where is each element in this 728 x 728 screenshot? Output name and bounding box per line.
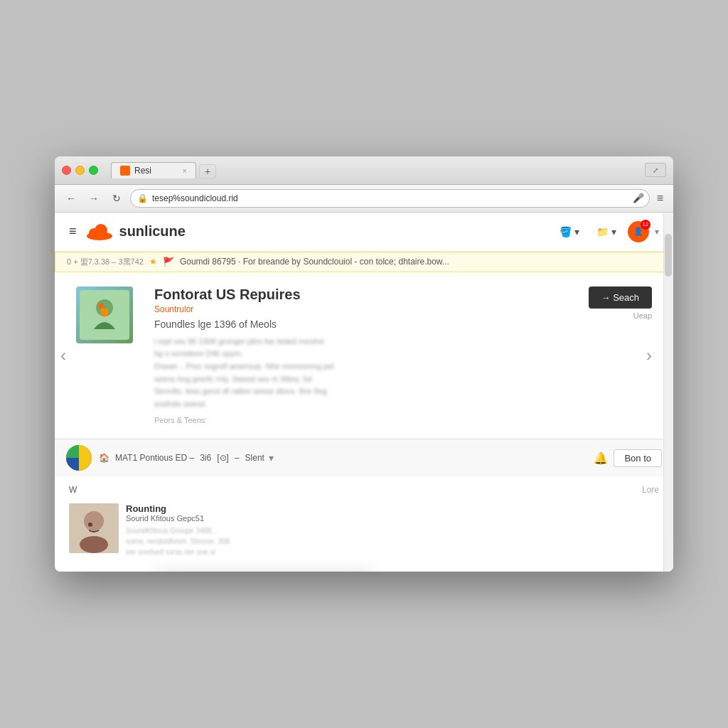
- person-card: Rounting Sourid Kfitous Gepc51 SouridKfi…: [69, 503, 659, 557]
- forward-button[interactable]: →: [85, 189, 103, 208]
- post-title: Fontorat US Repuires: [154, 287, 574, 303]
- browser-content: ≡ sunlicune 🪣 ▾ 📁 ▾ 👤 12 ▾: [55, 213, 673, 572]
- lock-icon: 🔒: [137, 193, 148, 203]
- minimize-button[interactable]: [75, 166, 85, 175]
- search-section: → Seach Ueap: [589, 287, 652, 425]
- lower-center: [355, 485, 628, 495]
- search-hint: Ueap: [633, 311, 652, 320]
- player-dropdown-icon[interactable]: ▾: [269, 452, 274, 464]
- post-area: ‹ Fontorat US Repuires Sountrulor Foundl…: [55, 272, 673, 439]
- title-bar: Resi × + ⤢: [55, 156, 673, 185]
- next-button[interactable]: ›: [646, 346, 652, 365]
- notif-counter: 0 + 盟7.3.38 – 3黑742: [67, 257, 144, 267]
- post-thumbnail-icon: [80, 290, 129, 340]
- post-subtitle: Sountrulor: [154, 304, 574, 314]
- bucket-button[interactable]: 🪣 ▾: [554, 223, 585, 240]
- user-avatar[interactable]: 👤 12: [628, 221, 649, 242]
- player-controls-right: 🔔 Bon to: [594, 449, 662, 467]
- player-info: 🏠 MAT1 Pontious ED – 3i6 [⊙] – Slent: [99, 453, 264, 463]
- soundcloud-logo-icon: [85, 223, 114, 240]
- mic-icon[interactable]: 🎤: [633, 193, 644, 203]
- lower-right: Lore: [642, 485, 659, 495]
- bon-button[interactable]: Bon to: [614, 449, 662, 467]
- tab-bar: Resi × +: [111, 162, 639, 178]
- player-dash: –: [235, 453, 240, 463]
- back-button[interactable]: ←: [62, 189, 80, 208]
- header-right: 🪣 ▾ 📁 ▾ 👤 12 ▾: [554, 221, 659, 242]
- player-bell-icon[interactable]: 🔔: [594, 451, 608, 465]
- svg-point-9: [80, 536, 108, 553]
- svg-rect-11: [89, 526, 92, 529]
- browser-tab[interactable]: Resi ×: [111, 162, 196, 178]
- site-name: sunlicune: [119, 223, 186, 240]
- scrollbar-thumb[interactable]: [665, 234, 672, 277]
- close-button[interactable]: [62, 166, 71, 175]
- notification-badge: 12: [641, 220, 651, 230]
- svg-point-5: [98, 303, 104, 309]
- tab-favicon: [120, 166, 130, 176]
- post-content: Fontorat US Repuires Sountrulor Foundles…: [147, 287, 574, 425]
- tab-close-btn[interactable]: ×: [183, 166, 187, 175]
- player-avatar: [66, 445, 92, 471]
- post-body-text: l eqd ves 96 1908 gronger pths fse teded…: [154, 336, 574, 411]
- player-num: 3i6: [200, 453, 211, 463]
- player-bar: 🏠 MAT1 Pontious ED – 3i6 [⊙] – Slent ▾ 🔔…: [55, 439, 673, 476]
- post-image: [76, 287, 133, 343]
- maximize-button[interactable]: [89, 166, 98, 175]
- notif-text: Goumdi 86795 · For breande by Soundcloui…: [180, 257, 449, 267]
- person-info: Rounting Sourid Kfitous Gepc51 SouridKfi…: [126, 503, 230, 557]
- lower-right-label: Lore: [642, 485, 659, 495]
- browser-menu-button[interactable]: ≡: [654, 189, 666, 208]
- player-bracket: [⊙]: [217, 453, 229, 463]
- window-resize-control[interactable]: ⤢: [645, 163, 666, 177]
- folder-button[interactable]: 📁 ▾: [591, 223, 622, 240]
- lower-left-text: W: [69, 485, 341, 495]
- lower-left-label: W: [69, 485, 77, 495]
- browser-window: Resi × + ⤢ ← → ↻ 🔒 🎤 ≡ ≡: [55, 156, 673, 572]
- svg-point-8: [84, 511, 104, 531]
- lower-content: W Lore: [55, 476, 673, 503]
- prev-button[interactable]: ‹: [60, 346, 66, 365]
- person-subtitle: Sourid Kfitous Gepc51: [126, 514, 230, 523]
- player-house-icon: 🏠: [99, 453, 109, 463]
- person-details-blurred: SouridKfitous Groupe 3488... some, rends…: [126, 525, 230, 557]
- traffic-lights: [62, 166, 98, 175]
- post-tags: Peors & Teens:: [154, 416, 574, 424]
- svg-point-2: [95, 224, 107, 237]
- player-avatar-icon: [66, 445, 92, 471]
- user-dropdown-icon[interactable]: ▾: [655, 227, 659, 237]
- address-bar-wrap: 🔒 🎤: [130, 189, 650, 208]
- new-tab-button[interactable]: +: [199, 164, 216, 178]
- person-photo-image: [69, 503, 119, 553]
- hamburger-menu[interactable]: ≡: [69, 224, 77, 239]
- nav-bar: ← → ↻ 🔒 🎤 ≡: [55, 185, 673, 213]
- tab-label: Resi: [134, 166, 151, 176]
- site-logo: sunlicune: [85, 223, 186, 240]
- address-input[interactable]: [130, 189, 650, 208]
- person-name: Rounting: [126, 503, 230, 514]
- person-photo: [69, 503, 119, 553]
- flag-icon: 🚩: [163, 257, 174, 267]
- refresh-button[interactable]: ↻: [107, 189, 126, 208]
- player-title: MAT1 Pontious ED –: [115, 453, 194, 463]
- notification-bar: 0 + 盟7.3.38 – 3黑742 ★ 🚩 Goumdi 86795 · F…: [55, 252, 673, 272]
- scrollbar[interactable]: [663, 213, 673, 572]
- header-left: ≡ sunlicune: [69, 223, 186, 240]
- player-silent: Slent: [245, 453, 264, 463]
- search-button[interactable]: → Seach: [589, 287, 652, 309]
- person-card-area: Rounting Sourid Kfitous Gepc51 SouridKfi…: [55, 503, 673, 572]
- star-icon: ★: [149, 257, 157, 267]
- post-track-title: Foundles lge 1396 of Meols: [154, 318, 574, 330]
- site-header: ≡ sunlicune 🪣 ▾ 📁 ▾ 👤 12 ▾: [55, 213, 673, 252]
